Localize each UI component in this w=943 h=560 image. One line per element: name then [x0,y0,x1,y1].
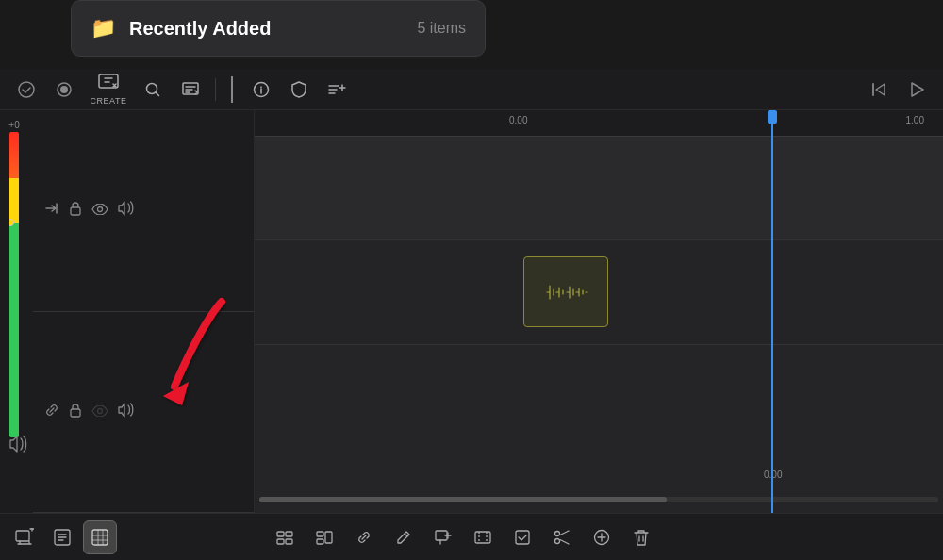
track2-controls [33,312,254,514]
trim-button[interactable] [466,520,500,554]
vu-label: +0 [8,120,21,130]
play-button[interactable] [900,73,934,107]
svg-rect-13 [92,530,108,545]
svg-point-24 [555,531,560,535]
track2-lock-button[interactable] [69,403,82,421]
track1-visibility-button[interactable] [91,202,108,219]
time-mark-0: 0.00 [509,115,527,125]
list-filter-button[interactable] [174,73,207,107]
checkbox-button[interactable] [505,520,539,554]
track2-audio-button[interactable] [118,403,135,421]
add-media-button[interactable] [8,520,41,554]
panel-count: 5 items [417,20,466,37]
playhead[interactable] [771,110,773,513]
svg-rect-19 [317,539,323,544]
svg-point-4 [147,83,157,93]
delete-button[interactable] [624,520,658,554]
svg-rect-9 [71,409,80,417]
playhead-handle[interactable] [768,110,777,124]
audio-clip[interactable] [523,256,608,327]
vu-meter: +0 [8,120,21,437]
track2-visibility-button[interactable] [91,404,108,420]
freeze-button[interactable] [307,520,341,554]
track1-controls [33,110,254,312]
vu-bar [9,132,19,437]
check-button[interactable] [9,73,43,107]
shield-button[interactable] [282,73,316,107]
recently-added-panel: 📁 Recently Added 5 items [71,0,486,57]
svg-rect-17 [286,539,292,544]
svg-rect-14 [277,532,284,536]
vu-red [9,132,19,178]
svg-rect-7 [71,207,80,215]
svg-rect-15 [286,532,292,536]
add-track-button[interactable] [320,73,354,107]
playhead-indicator [231,76,233,103]
vu-dot-indicator [9,221,19,224]
bottom-toolbar-left [8,520,262,554]
vu-yellow [9,178,19,224]
svg-rect-16 [277,539,284,544]
svg-point-0 [19,82,34,97]
add-marker-button[interactable] [585,520,619,554]
folder-icon: 📁 [91,16,116,41]
left-panel: +0 [0,110,255,513]
track2-link-button[interactable] [44,403,59,421]
create-icon [98,74,119,95]
edit-button[interactable] [387,520,421,554]
svg-rect-23 [516,531,529,544]
svg-point-10 [98,408,103,413]
toolbar-sep-1 [215,78,216,101]
timeline-ruler: 0.00 1.00 [255,110,943,137]
search-button[interactable] [136,73,170,107]
track1-follow-button[interactable] [44,201,59,220]
svg-point-8 [98,207,103,212]
record-button[interactable] [47,73,81,107]
composite-button[interactable] [268,520,302,554]
vu-green [9,223,19,437]
track1-audio-button[interactable] [118,201,135,220]
list-view-button[interactable] [45,520,79,554]
info-button[interactable] [244,73,278,107]
scrollbar-track [259,497,938,502]
create-button[interactable]: CREATE [85,73,132,107]
create-label: CREATE [91,96,127,106]
track1-lock-button[interactable] [69,201,82,220]
main-toolbar: CREATE [0,69,943,110]
timeline-area[interactable]: 0.00 1.00 0.00 [255,110,943,513]
bottom-toolbar-right [264,520,935,554]
svg-rect-20 [325,532,332,543]
panel-title: Recently Added [129,18,404,40]
svg-point-25 [555,538,560,543]
transform-button[interactable] [426,520,460,554]
timeline-scrollbar[interactable] [259,496,938,503]
time-mark-1: 1.00 [906,115,924,125]
master-volume-icon[interactable] [9,436,28,456]
scissors-button[interactable] [545,520,579,554]
grid-view-button[interactable] [83,520,117,554]
skip-back-button[interactable] [862,73,896,107]
link-clips-button[interactable] [347,520,381,554]
track-row-1 [255,137,943,240]
svg-point-2 [60,86,68,93]
svg-rect-11 [16,531,29,541]
svg-rect-22 [475,532,490,543]
bottom-toolbar [0,513,943,560]
audio-waveform-icon [542,278,589,306]
svg-rect-18 [317,532,323,536]
scrollbar-thumb[interactable] [259,497,667,502]
